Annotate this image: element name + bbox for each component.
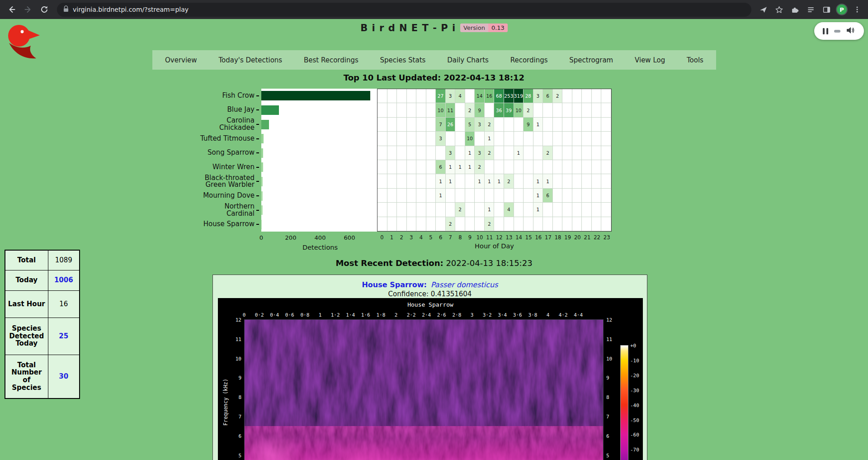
side-panel-icon[interactable] bbox=[820, 3, 833, 16]
detection-card: House Sparrow:Passer domesticus Confiden… bbox=[212, 275, 647, 460]
heatmap-cell bbox=[582, 146, 592, 160]
heatmap-cell: 1 bbox=[543, 174, 553, 188]
heatmap-cell bbox=[592, 174, 602, 188]
heatmap-cell bbox=[387, 203, 397, 217]
detections-bar bbox=[261, 162, 263, 172]
heatmap-cell bbox=[426, 89, 436, 103]
nav-item-species-stats[interactable]: Species Stats bbox=[380, 56, 426, 64]
heatmap-cell bbox=[582, 160, 592, 174]
nav-item-spectrogram[interactable]: Spectrogram bbox=[569, 56, 613, 64]
reload-icon[interactable] bbox=[37, 2, 52, 17]
spec-time-axis: 00·20·40·60·811·21·41·61·822·22·42·62·83… bbox=[218, 312, 643, 318]
profile-avatar[interactable]: P bbox=[836, 4, 848, 15]
heatmap-cell bbox=[387, 146, 397, 160]
spec-time-tick: 2·4 bbox=[422, 312, 431, 318]
heatmap-cell bbox=[377, 160, 387, 174]
stat-value-link[interactable]: 1006 bbox=[48, 270, 80, 290]
pause-icon[interactable] bbox=[823, 28, 828, 34]
heatmap-cell bbox=[397, 132, 407, 146]
stats-row: Today1006 bbox=[5, 270, 80, 290]
heatmap-cell bbox=[582, 118, 592, 132]
heatmap-cell bbox=[407, 203, 417, 217]
heatmap-cell bbox=[562, 146, 572, 160]
heatmap-cell: 1 bbox=[446, 174, 456, 188]
extensions-puzzle-icon[interactable] bbox=[788, 3, 801, 16]
heatmap-cell bbox=[601, 160, 611, 174]
player-seek-icon[interactable] bbox=[834, 30, 840, 33]
detection-scientific-link[interactable]: Passer domesticus bbox=[431, 280, 498, 289]
heatmap-cell bbox=[524, 217, 533, 231]
send-icon[interactable] bbox=[757, 3, 769, 16]
nav-item-daily-charts[interactable]: Daily Charts bbox=[447, 56, 489, 64]
heatmap-cell bbox=[514, 174, 524, 188]
stat-value-link[interactable]: 30 bbox=[48, 355, 80, 398]
colorbar-tick: -70 bbox=[630, 447, 639, 453]
audio-player bbox=[814, 22, 864, 40]
nav-item-view-log[interactable]: View Log bbox=[635, 56, 665, 64]
heatmap-cell bbox=[475, 132, 485, 146]
heatmap-cell bbox=[377, 189, 387, 203]
heatmap-cell bbox=[533, 132, 543, 146]
stats-row: Total Number of Species30 bbox=[5, 355, 80, 398]
heatmap-cell bbox=[387, 89, 397, 103]
nav-item-overview[interactable]: Overview bbox=[165, 56, 197, 64]
detection-species-link[interactable]: House Sparrow: bbox=[362, 280, 426, 289]
volume-icon[interactable] bbox=[846, 27, 855, 36]
heatmap-cell bbox=[572, 217, 582, 231]
forward-icon[interactable] bbox=[21, 2, 35, 17]
nav-item-recordings[interactable]: Recordings bbox=[510, 56, 548, 64]
heatmap-cell bbox=[407, 146, 417, 160]
species-label: Tufted Titmouse bbox=[152, 132, 259, 146]
heatmap-cell: 10 bbox=[436, 103, 446, 117]
heatmap-cell: 2 bbox=[455, 203, 465, 217]
spec-time-tick: 0·2 bbox=[255, 312, 264, 318]
heatmap-cell bbox=[572, 189, 582, 203]
heatmap-cell bbox=[592, 203, 602, 217]
back-icon[interactable] bbox=[5, 2, 19, 17]
heatmap-cell: 1 bbox=[465, 160, 475, 174]
spec-time-tick: 1·8 bbox=[376, 312, 385, 318]
heatmap-cell bbox=[504, 189, 514, 203]
heatmap-cell bbox=[455, 103, 465, 117]
reading-list-icon[interactable] bbox=[804, 3, 817, 16]
heatmap-cell bbox=[504, 160, 514, 174]
heatmap-cell: 253 bbox=[504, 89, 514, 103]
heatmap-cell bbox=[572, 118, 582, 132]
version-badge: Version0.13 bbox=[460, 24, 508, 32]
nav-item-today-s-detections[interactable]: Today's Detections bbox=[218, 56, 282, 64]
heatmap-cell: 1 bbox=[465, 146, 475, 160]
heatmap-cell bbox=[426, 132, 436, 146]
heatmap-cell bbox=[533, 103, 543, 117]
spec-freq-tick: 12 bbox=[218, 317, 241, 323]
spec-time-tick: 4 bbox=[547, 312, 550, 318]
hour-tick-label: 14 bbox=[514, 234, 524, 241]
species-label: Fish Crow bbox=[152, 89, 259, 103]
heatmap-cell bbox=[377, 203, 387, 217]
hour-tick-label: 10 bbox=[475, 234, 485, 241]
heatmap-cell bbox=[416, 189, 426, 203]
stat-label: Species Detected Today bbox=[5, 318, 48, 355]
address-bar[interactable]: virginia.birdnetpi.com/?stream=play bbox=[57, 3, 751, 17]
heatmap-cell bbox=[377, 217, 387, 231]
heatmap-cell: 11 bbox=[446, 103, 456, 117]
nav-item-best-recordings[interactable]: Best Recordings bbox=[304, 56, 359, 64]
recent-detection: Most Recent Detection: 2022-04-13 18:15:… bbox=[0, 258, 868, 268]
menu-dots-icon[interactable] bbox=[851, 3, 863, 16]
spec-time-tick: 3·2 bbox=[483, 312, 492, 318]
heatmap-cell bbox=[524, 132, 533, 146]
heatmap-cell bbox=[572, 103, 582, 117]
bookmark-star-icon[interactable] bbox=[773, 3, 785, 16]
heatmap-cell bbox=[397, 89, 407, 103]
heatmap-cell: 2 bbox=[446, 217, 456, 231]
heatmap-cell bbox=[524, 203, 533, 217]
heatmap-cell bbox=[553, 203, 563, 217]
heatmap-cell bbox=[416, 118, 426, 132]
heatmap-cell bbox=[524, 146, 533, 160]
detection-header: House Sparrow:Passer domesticus bbox=[213, 280, 647, 289]
heatmap-cell bbox=[436, 217, 446, 231]
axis-tick bbox=[256, 224, 259, 225]
heatmap-cell bbox=[494, 146, 504, 160]
spec-time-tick: 0·4 bbox=[270, 312, 279, 318]
nav-item-tools[interactable]: Tools bbox=[687, 56, 703, 64]
stat-value-link[interactable]: 25 bbox=[48, 318, 80, 355]
